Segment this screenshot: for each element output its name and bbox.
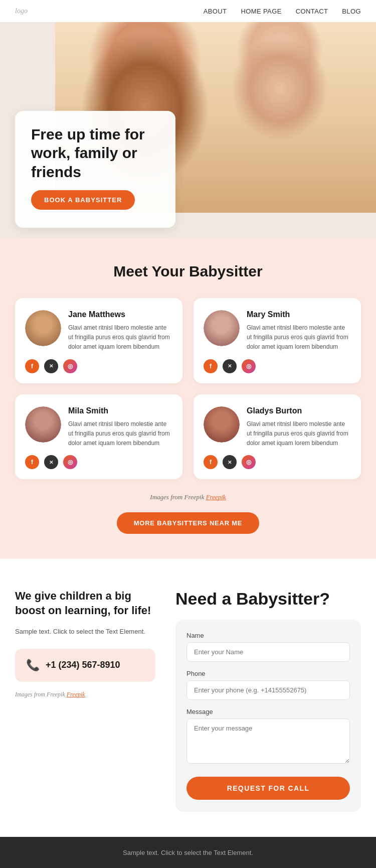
babysitter-card-3: Mila Smith Glavi amet ritnisl libero mol…: [15, 394, 182, 480]
facebook-icon-2[interactable]: f: [204, 359, 218, 373]
card-social-3: f ✕ ◎: [25, 455, 172, 469]
babysitter-name-2: Mary Smith: [247, 310, 351, 319]
navbar: logo ABOUT HOME PAGE CONTACT BLOG: [0, 0, 376, 22]
book-babysitter-button[interactable]: BOOK A BABYSITTER: [31, 190, 135, 210]
babysitter-name-1: Jane Matthews: [68, 310, 172, 319]
phone-box: 📞 +1 (234) 567-8910: [15, 649, 155, 682]
nav-logo: logo: [15, 7, 28, 15]
hero-section: Free up time for work, family or friends…: [0, 22, 376, 238]
message-textarea[interactable]: [186, 718, 350, 764]
babysitter-card-1: Jane Matthews Glavi amet ritnisl libero …: [15, 298, 182, 383]
footer: Sample text. Click to select the Text El…: [0, 837, 376, 868]
name-input[interactable]: [186, 642, 350, 662]
card-social-4: f ✕ ◎: [204, 455, 351, 469]
contact-form-card: Name Phone Message REQUEST FOR CALL: [175, 620, 361, 812]
hero-text-box: Free up time for work, family or friends…: [15, 111, 175, 228]
nav-contact[interactable]: CONTACT: [296, 8, 328, 15]
avatar-2: [204, 310, 240, 346]
phone-label: Phone: [186, 670, 350, 677]
facebook-icon-1[interactable]: f: [25, 359, 39, 373]
phone-number: +1 (234) 567-8910: [46, 660, 120, 670]
freepik-link-babysitter[interactable]: Freepik: [206, 493, 226, 501]
hero-heading: Free up time for work, family or friends: [31, 125, 159, 182]
phone-input[interactable]: [186, 680, 350, 700]
instagram-icon-1[interactable]: ◎: [63, 359, 77, 373]
nav-home[interactable]: HOME PAGE: [241, 8, 281, 15]
card-social-1: f ✕ ◎: [25, 359, 172, 373]
contact-left: We give children a big boost on learning…: [15, 589, 155, 698]
footer-text: Sample text. Click to select the Text El…: [15, 849, 361, 856]
babysitter-desc-1: Glavi amet ritnisl libero molestie ante …: [68, 323, 172, 352]
instagram-icon-3[interactable]: ◎: [63, 455, 77, 469]
name-label: Name: [186, 632, 350, 639]
babysitter-desc-2: Glavi amet ritnisl libero molestie ante …: [247, 323, 351, 352]
name-field-group: Name: [186, 632, 350, 662]
babysitter-desc-3: Glavi amet ritnisl libero molestie ante …: [68, 419, 172, 449]
contact-description: Sample text. Click to select the Text El…: [15, 627, 155, 637]
avatar-3: [25, 406, 61, 443]
message-field-group: Message: [186, 708, 350, 766]
babysitter-section-title: Meet Your Babysitter: [15, 263, 361, 280]
freepik-link-contact[interactable]: Freepik: [67, 691, 85, 698]
babysitter-card-2: Mary Smith Glavi amet ritnisl libero mol…: [194, 298, 361, 383]
freepik-note-babysitter: Images from Freepik Freepik: [15, 493, 361, 501]
instagram-icon-4[interactable]: ◎: [242, 455, 256, 469]
contact-tagline: We give children a big boost on learning…: [15, 589, 155, 618]
facebook-icon-4[interactable]: f: [204, 455, 218, 469]
babysitter-section: Meet Your Babysitter Jane Matthews Glavi…: [0, 238, 376, 559]
nav-links: ABOUT HOME PAGE CONTACT BLOG: [204, 8, 361, 15]
phone-field-group: Phone: [186, 670, 350, 700]
twitter-icon-4[interactable]: ✕: [223, 455, 237, 469]
babysitter-name-3: Mila Smith: [68, 406, 172, 415]
nav-blog[interactable]: BLOG: [342, 8, 361, 15]
message-label: Message: [186, 708, 350, 715]
contact-section: We give children a big boost on learning…: [0, 559, 376, 837]
avatar-4: [204, 406, 240, 443]
twitter-icon-2[interactable]: ✕: [223, 359, 237, 373]
babysitter-cards-grid: Jane Matthews Glavi amet ritnisl libero …: [15, 298, 361, 479]
twitter-icon-1[interactable]: ✕: [44, 359, 58, 373]
contact-form-title: Need a Babysitter?: [175, 589, 361, 609]
babysitter-desc-4: Glavi amet ritnisl libero molestie ante …: [247, 419, 351, 449]
facebook-icon-3[interactable]: f: [25, 455, 39, 469]
babysitter-name-4: Gladys Burton: [247, 406, 351, 415]
babysitter-card-4: Gladys Burton Glavi amet ritnisl libero …: [194, 394, 361, 480]
phone-icon: 📞: [26, 659, 40, 672]
contact-right: Need a Babysitter? Name Phone Message RE…: [175, 589, 361, 812]
instagram-icon-2[interactable]: ◎: [242, 359, 256, 373]
nav-about[interactable]: ABOUT: [204, 8, 227, 15]
request-call-button[interactable]: REQUEST FOR CALL: [186, 777, 350, 800]
avatar-1: [25, 310, 61, 346]
freepik-note-contact: Images from Freepik Freepik: [15, 691, 155, 698]
card-social-2: f ✕ ◎: [204, 359, 351, 373]
twitter-icon-3[interactable]: ✕: [44, 455, 58, 469]
more-babysitters-button[interactable]: MORE BABYSITTERS NEAR ME: [117, 512, 260, 534]
